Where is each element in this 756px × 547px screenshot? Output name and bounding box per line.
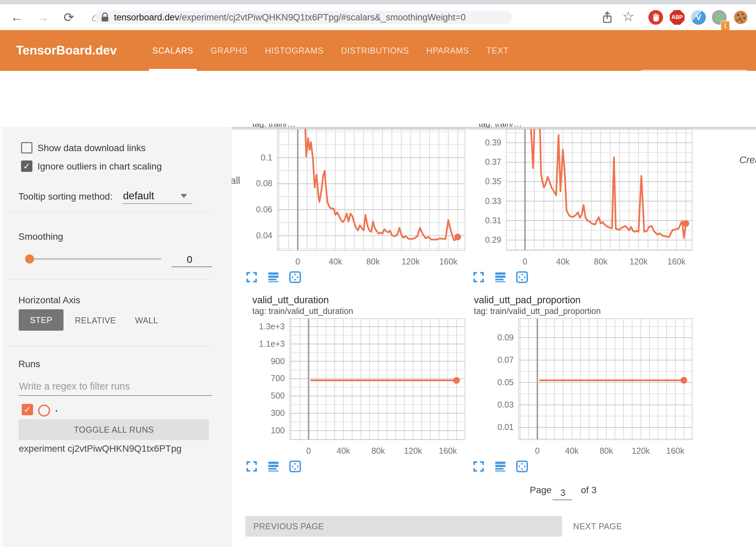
divider: [4, 280, 212, 280]
v-extension-icon[interactable]: V: [691, 10, 706, 25]
y-tick-label: 0.04: [237, 231, 272, 240]
page-input-underline: [552, 500, 572, 500]
data-table-icon[interactable]: [267, 460, 279, 472]
smoothing-value-input[interactable]: [169, 253, 210, 265]
tab-distributions[interactable]: DISTRIBUTIONS: [341, 30, 409, 71]
runs-regex-input[interactable]: [18, 380, 207, 392]
chart-plot-top-right[interactable]: 040k80k120k160k0.290.310.330.350.370.39: [506, 129, 692, 251]
x-tick-label: 120k: [622, 257, 655, 266]
smoothing-slider-handle[interactable]: [25, 254, 34, 263]
back-button[interactable]: ←: [7, 4, 26, 30]
x-tick-label: 80k: [356, 257, 390, 266]
fit-domain-icon[interactable]: [516, 271, 528, 283]
browser-toolbar: ← → ⟳ ⌂ tensorboard.dev/experiment/cj2vt…: [0, 4, 756, 30]
y-tick-label: 0.1: [237, 153, 272, 162]
browser-tab-strip: [0, 0, 756, 4]
x-tick-label: 160k: [658, 446, 692, 456]
show-download-links-label: Show data download links: [37, 143, 146, 153]
x-tick-label: 80k: [362, 446, 395, 456]
fit-domain-icon[interactable]: [516, 460, 528, 472]
page-number-input[interactable]: [552, 487, 573, 499]
blocker-extension-icon[interactable]: [648, 10, 663, 25]
fit-domain-icon[interactable]: [289, 460, 301, 472]
horizontal-axis-label: Horizontal Axis: [18, 295, 80, 306]
run-checkbox[interactable]: ✓: [22, 404, 33, 415]
y-tick-label: 0.33: [466, 196, 501, 206]
run-name-label: .: [55, 403, 58, 414]
ignore-outliers-label: Ignore outliers in chart scaling: [37, 161, 162, 172]
axis-wall-button[interactable]: WALL: [135, 316, 158, 325]
data-table-icon[interactable]: [494, 460, 506, 472]
url-bar[interactable]: tensorboard.dev/experiment/cj2vtPiwQHKN9…: [95, 11, 512, 24]
created-label-clipped: Crea: [739, 154, 756, 166]
axis-relative-button[interactable]: RELATIVE: [75, 316, 116, 325]
main-nav: SCALARS GRAPHS HISTOGRAMS DISTRIBUTIONS …: [152, 30, 509, 71]
data-table-icon[interactable]: [494, 271, 506, 283]
settings-sidebar: [0, 127, 232, 547]
y-tick-label: 0.31: [466, 216, 501, 225]
x-tick-label: 160k: [431, 446, 465, 456]
axis-step-button[interactable]: STEP: [19, 309, 64, 331]
x-tick-label: 80k: [584, 257, 617, 266]
chart-plot-valid-utt-duration[interactable]: 040k80k120k160k1003005007009001.1e+31.3e…: [289, 318, 465, 440]
share-icon[interactable]: [602, 11, 613, 26]
divider: [4, 212, 212, 213]
smoothing-slider-track[interactable]: [29, 258, 161, 260]
y-tick-label: 0.06: [237, 205, 272, 214]
tab-histograms[interactable]: HISTOGRAMS: [265, 30, 324, 71]
bookmark-star-icon[interactable]: ☆: [622, 9, 634, 24]
x-tick-label: 120k: [396, 446, 430, 456]
tooltip-sort-select[interactable]: default: [123, 190, 154, 202]
y-tick-label: 0.35: [466, 177, 501, 186]
chart-plot-valid-utt-pad-proportion[interactable]: 040k80k120k160k0.010.030.050.070.09: [518, 318, 692, 440]
lock-icon: [101, 12, 109, 22]
chart-title: valid_utt_duration: [252, 295, 329, 306]
fit-domain-icon[interactable]: [289, 271, 301, 283]
experiment-id-label: experiment cj2vtPiwQHKN9Q1tx6PTpg: [19, 443, 181, 454]
y-tick-label: 900: [249, 356, 285, 366]
smoothing-label: Smoothing: [18, 231, 63, 242]
sidebar-scrollbar-track[interactable]: [0, 127, 4, 547]
chart-toolbar: [246, 271, 301, 283]
tab-hparams[interactable]: HPARAMS: [426, 30, 469, 71]
chart-toolbar: [473, 460, 528, 472]
reload-button[interactable]: ⟳: [59, 4, 78, 30]
abp-extension-icon[interactable]: ABP: [670, 10, 684, 25]
x-tick-label: 120k: [624, 446, 657, 456]
fullscreen-icon[interactable]: [473, 271, 485, 283]
x-tick-label: 120k: [394, 257, 427, 266]
next-page-button[interactable]: NEXT PAGE: [573, 516, 622, 537]
x-tick-label: 40k: [319, 257, 352, 266]
smoothing-value-underline: [171, 266, 212, 267]
chevron-down-icon[interactable]: [180, 194, 187, 198]
y-tick-label: 1.1e+3: [249, 339, 285, 349]
ignore-outliers-checkbox[interactable]: ✓: [21, 160, 32, 172]
fullscreen-icon[interactable]: [246, 271, 258, 283]
fullscreen-icon[interactable]: [473, 460, 485, 472]
tab-graphs[interactable]: GRAPHS: [211, 30, 247, 71]
tab-text[interactable]: TEXT: [486, 30, 509, 71]
show-download-links-checkbox[interactable]: [21, 142, 32, 153]
y-tick-label: 0.09: [478, 333, 514, 342]
x-tick-label: 40k: [327, 446, 360, 456]
profile-avatar[interactable]: 1: [712, 10, 727, 25]
toggle-all-runs-button[interactable]: TOGGLE ALL RUNS: [19, 419, 209, 440]
cookie-extension-icon[interactable]: [733, 10, 748, 25]
run-color-swatch[interactable]: [38, 405, 50, 417]
x-tick-label: 0: [508, 257, 542, 266]
chart-tag-clipped: tag: train/…: [252, 124, 393, 128]
page-of-label: of 3: [581, 485, 597, 496]
data-table-icon[interactable]: [267, 271, 279, 283]
divider: [4, 346, 212, 346]
forward-button[interactable]: →: [33, 4, 52, 30]
chart-plot-top-left[interactable]: 040k80k120k160k0.040.060.080.1: [277, 129, 465, 251]
y-tick-label: 0.29: [466, 235, 501, 245]
chart-toolbar: [473, 271, 528, 283]
y-tick-label: 0.03: [478, 400, 514, 410]
x-tick-label: 40k: [546, 257, 580, 266]
app-logo: TensorBoard.dev: [16, 30, 117, 71]
fullscreen-icon[interactable]: [246, 460, 258, 472]
previous-page-button[interactable]: PREVIOUS PAGE: [245, 516, 562, 537]
y-tick-label: 300: [249, 408, 285, 418]
tab-scalars[interactable]: SCALARS: [152, 30, 193, 71]
